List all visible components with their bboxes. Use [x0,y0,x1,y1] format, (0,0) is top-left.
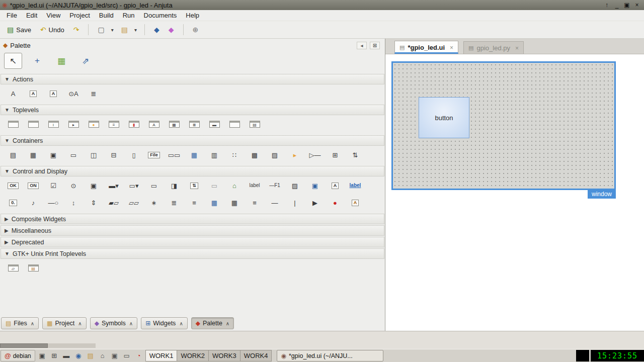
progress-bar-icon[interactable]: ▰▱ [104,197,124,209]
maximize-icon[interactable]: ▣ [622,1,632,9]
horizontal-scrollbar[interactable] [0,343,96,348]
close-tab-icon[interactable]: × [513,45,519,52]
scale-button-icon[interactable]: 0. [3,197,23,209]
home-button-icon[interactable]: ⌂ [224,179,245,192]
workspace-work4[interactable]: WORK4 [240,350,272,361]
file-chooser-dialog-icon[interactable]: ≡ [104,118,124,130]
debian-menu-button[interactable]: @ debian [1,350,35,361]
text-view-icon[interactable]: ≣ [164,197,184,209]
build-icon[interactable]: ◆ [150,24,164,36]
page-setup-dialog-icon[interactable]: ▱ [3,262,23,274]
separator-icon[interactable]: — [265,197,285,209]
workspace-work3[interactable]: WORK3 [208,350,240,361]
level-bar-icon[interactable]: ▱▱ [124,197,144,209]
home-icon[interactable]: ⌂ [97,350,109,361]
search-entry-icon[interactable]: ▭ [204,179,224,192]
image-icon[interactable]: ▨ [285,179,305,192]
menu-item[interactable]: Edit [22,11,42,20]
tab-gpio-led-py[interactable]: ▤ gpio_led.py × [463,41,524,54]
align-edit-icon[interactable]: ⇗ [76,53,95,69]
section-header-gtk-unix-print[interactable]: ▼ GTK+ Unix Print Toplevels [1,248,384,259]
button-widget[interactable]: button [419,97,469,138]
button-box-icon[interactable]: ▭▭ [164,149,184,161]
recent-chooser-dialog-icon[interactable]: ≣ [184,118,204,130]
viewport-icon[interactable]: ▥ [204,149,224,161]
color-button-icon[interactable]: ● [325,197,345,209]
spinner-icon[interactable]: ∗ [144,197,164,209]
recent-action-icon[interactable]: ⊙A [63,87,84,100]
file-chooser-button-icon[interactable]: File [144,149,164,161]
drag-resize-icon[interactable]: + [28,53,46,69]
new-file-button[interactable]: ▢ ▾ [94,24,116,36]
input-dialog-icon[interactable]: ▬ [204,118,224,130]
spin-button-icon[interactable]: ⇅ [184,179,204,192]
close-tab-icon[interactable]: × [448,44,453,51]
section-header-control-and-display[interactable]: ▼ Control and Display [1,166,384,176]
menu-item[interactable]: Run [118,11,139,20]
tool-palette-icon[interactable]: ▨ [265,149,285,161]
terminal-icon[interactable]: ▬ [60,350,72,361]
dock-tab-project[interactable]: ▦ Project ∧ [42,317,87,329]
workspace-work2[interactable]: WORK2 [177,350,209,361]
tab-gpio-led-ui[interactable]: ▤ *gpio_led.ui × [394,41,458,54]
print-dialog-icon[interactable]: ▤ [23,262,43,274]
action-icon[interactable]: A [3,87,23,100]
scrollbar-icon[interactable]: ⇕ [84,197,104,209]
editor-icon[interactable]: ▣ [109,350,121,361]
expander-icon[interactable]: ▷— [305,149,325,161]
frame-icon[interactable]: ▭ [63,149,84,161]
application-window-icon[interactable]: ▤ [245,118,265,130]
toggle-button-icon[interactable]: ON [23,179,43,192]
toggle-action-icon[interactable]: A [23,87,43,100]
menu-button-icon[interactable]: ▣ [84,179,104,192]
tree-view-icon[interactable]: ≡ [184,197,204,209]
radio-action-icon[interactable]: A [43,87,63,100]
radio-button-icon[interactable]: ⊙ [63,179,84,192]
dialog-icon[interactable] [23,118,43,130]
revealer-icon[interactable]: ▸ [285,149,305,161]
menu-item[interactable]: File [2,11,22,20]
toolbar-icon[interactable]: ▦ [184,149,204,161]
section-header-miscellaneous[interactable]: ▶ Miscellaneous [1,225,384,236]
text-frame-icon[interactable]: A [325,179,345,192]
dock-tab-symbols[interactable]: ◆ Symbols ∧ [90,317,138,329]
overlay-icon[interactable]: ⊞ [325,149,345,161]
paned-vertical-icon[interactable]: ⊟ [104,149,124,161]
close-pane-icon[interactable]: ⊠ [370,42,380,49]
dock-tab-files[interactable]: ▤ Files ∧ [1,317,39,329]
box-icon[interactable]: ▤ [3,149,23,161]
scrolled-window-icon[interactable]: ▩ [245,149,265,161]
accel-label-icon[interactable]: —F1 [265,179,285,192]
check-button-icon[interactable]: ☑ [43,179,63,192]
margins-edit-icon[interactable]: ▦ [52,53,70,69]
button-icon[interactable]: OK [3,179,23,192]
aspect-frame-icon[interactable]: ▯ [124,149,144,161]
file-manager-icon[interactable]: ▤ [85,350,97,361]
scale-icon[interactable]: —○ [43,197,63,209]
assistant-icon[interactable]: ▸ [63,118,84,130]
button-box-vertical-icon[interactable]: ∷ [224,149,245,161]
save-button[interactable]: ▤Save [3,24,35,36]
font-button-icon[interactable]: A [345,197,365,209]
pager-icon[interactable]: ⊞ [48,350,60,361]
calendar-icon[interactable]: ▦ [224,197,245,209]
show-desktop-icon[interactable]: ▣ [36,350,48,361]
scrollbar-thumb[interactable] [0,343,48,348]
window-icon[interactable] [3,118,23,130]
dropdown-arrow-icon[interactable]: ▾ [109,25,116,35]
action-group-icon[interactable]: ≣ [84,87,104,100]
offscreen-window-icon[interactable] [224,118,245,130]
window-label[interactable]: window [588,190,616,199]
dock-arrow-icon[interactable]: ◂ [357,42,367,49]
minimize-icon[interactable]: _ [612,1,622,9]
dropdown-arrow-icon[interactable]: ▾ [132,25,139,35]
keep-above-icon[interactable]: ↑ [602,1,612,9]
link-button-icon[interactable]: label [345,179,365,192]
scale-vertical-icon[interactable]: ↕ [63,197,84,209]
open-file-button[interactable]: ▤ ▾ [117,24,139,36]
image-button-icon[interactable]: ▣ [305,179,325,192]
dock-tab-widgets[interactable]: ⊞ Widgets ∧ [141,317,188,329]
selector-pointer-icon[interactable]: ↖ [4,53,22,69]
dock-tab-palette[interactable]: ◆ Palette ∧ [191,317,234,329]
about-dialog-icon[interactable]: i [43,118,63,130]
